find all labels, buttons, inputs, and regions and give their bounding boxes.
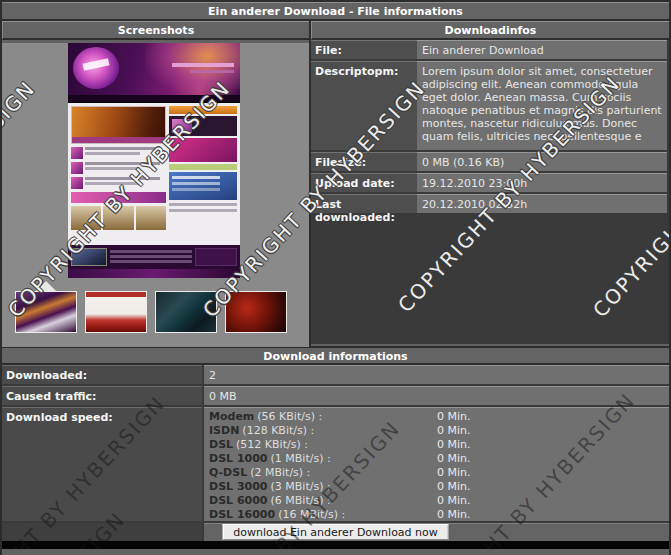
screenshot-decor — [71, 192, 166, 203]
bottom-bar — [2, 541, 669, 549]
screenshots-body — [2, 43, 309, 347]
info-label: Last downloaded: — [311, 194, 417, 213]
speed-row: Modem(56 KBit/s) :0 Min. — [209, 410, 669, 424]
button-row-spacer — [2, 523, 202, 541]
screenshot-site-art — [145, 43, 240, 95]
screenshot-site-body — [68, 103, 240, 245]
info-label: Descriptopm: — [311, 61, 417, 150]
info-value: 0 MB (0.16 KB) — [417, 152, 667, 171]
stat-label: Caused traffic: — [2, 386, 202, 405]
downloadinfos-panel: Downloadinfos File: Ein anderer Download… — [311, 21, 669, 346]
screenshot-site-header — [68, 43, 240, 95]
screenshot-thumbnail-1[interactable] — [15, 291, 77, 333]
screenshot-thumbnail-4[interactable] — [225, 291, 287, 333]
speed-row: DSL 16000(16 MBit/s) :0 Min. — [209, 508, 669, 522]
speed-row: DSL 1000(1 MBit/s) :0 Min. — [209, 452, 669, 466]
page-title: Ein anderer Download - File informations — [2, 2, 669, 21]
screenshot-decor — [169, 106, 237, 114]
stat-label: Download speed: — [2, 407, 202, 521]
info-row-filesize: Filesize: 0 MB (0.16 KB) — [311, 152, 669, 171]
screenshot-decor — [169, 172, 237, 200]
speed-row: DSL(512 KBit/s) :0 Min. — [209, 438, 669, 452]
file-informations-page: Ein anderer Download - File informations… — [0, 0, 671, 555]
screenshot-decor — [195, 248, 237, 266]
info-row-file: File: Ein anderer Download — [311, 40, 669, 59]
speed-row: Q-DSL(2 MBit/s) :0 Min. — [209, 466, 669, 480]
info-value: Ein anderer Download — [417, 40, 667, 59]
screenshot-thumbnail-2[interactable] — [85, 291, 147, 333]
screenshot-decor — [71, 106, 166, 144]
speed-row: ISDN(128 KBit/s) :0 Min. — [209, 424, 669, 438]
stat-row-download-speed: Download speed: Modem(56 KBit/s) :0 Min.… — [2, 407, 669, 521]
screenshot-decor — [169, 116, 237, 136]
info-value: 19.12.2010 23:00h — [417, 173, 667, 192]
stat-value: 2 — [204, 365, 669, 384]
screenshot-thumbnail-3[interactable] — [155, 291, 217, 333]
info-label: File: — [311, 40, 417, 59]
screenshot-site-footer — [68, 245, 240, 269]
speed-row: DSL 3000(3 MBit/s) :0 Min. — [209, 480, 669, 494]
screenshots-header: Screenshots — [2, 21, 309, 40]
selected-thumbnail-indicator-icon — [36, 281, 56, 291]
downloadinfos-header: Downloadinfos — [311, 21, 669, 40]
screenshot-main-image[interactable] — [68, 43, 240, 278]
stat-label: Downloaded: — [2, 365, 202, 384]
stat-value: 0 MB — [204, 386, 669, 405]
download-informations-header: Download informations — [2, 346, 669, 365]
info-value: Lorem ipsum dolor sit amet, consectetuer… — [417, 61, 667, 150]
screenshot-decor — [172, 63, 234, 67]
screenshot-site-logo — [73, 47, 119, 89]
stat-row-caused-traffic: Caused traffic: 0 MB — [2, 386, 669, 405]
screenshot-decor — [190, 70, 234, 73]
info-label: Filesize: — [311, 152, 417, 171]
screenshot-site-nav — [68, 95, 240, 103]
download-button[interactable]: download Ein anderer Download now — [222, 524, 449, 540]
downloadinfos-body: File: Ein anderer Download Descriptopm: … — [311, 40, 669, 344]
stat-row-downloaded: Downloaded: 2 — [2, 365, 669, 384]
info-value: 20.12.2010 02:52h — [417, 194, 667, 213]
screenshots-panel: Screenshots — [2, 21, 309, 346]
speed-row: DSL 6000(6 MBit/s) :0 Min. — [209, 494, 669, 508]
info-row-upload-date: Upload date: 19.12.2010 23:00h — [311, 173, 669, 192]
info-row-description: Descriptopm: Lorem ipsum dolor sit amet,… — [311, 61, 669, 150]
screenshot-decor — [169, 138, 237, 162]
screenshot-decor — [169, 164, 237, 170]
info-label: Upload date: — [311, 173, 417, 192]
screenshot-decor — [71, 248, 107, 266]
main-row: Screenshots — [2, 21, 669, 346]
download-informations-body: Downloaded: 2 Caused traffic: 0 MB Downl… — [2, 365, 669, 541]
screenshot-decor — [68, 269, 240, 278]
info-row-last-downloaded: Last downloaded: 20.12.2010 02:52h — [311, 194, 669, 213]
download-button-row: download Ein anderer Download now — [2, 523, 669, 541]
speed-table: Modem(56 KBit/s) :0 Min. ISDN(128 KBit/s… — [204, 407, 669, 521]
thumbnail-strip — [15, 291, 287, 333]
